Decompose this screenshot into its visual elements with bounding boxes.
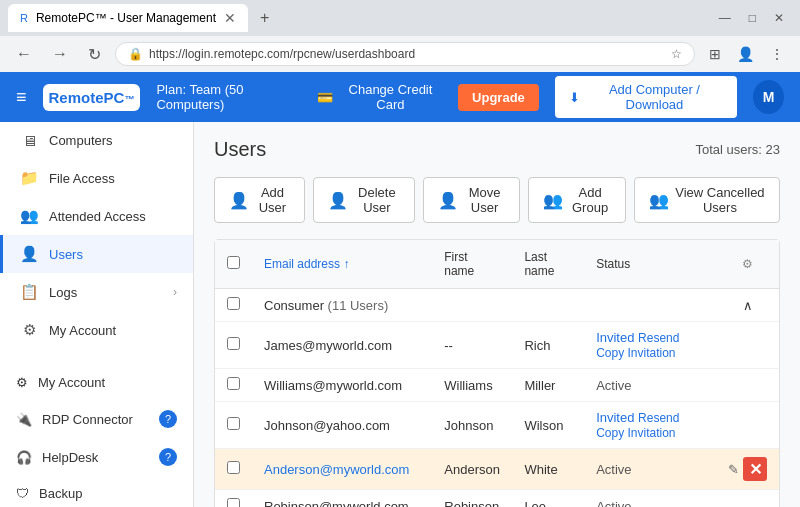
email-cell: Robinson@myworld.com [252, 490, 432, 508]
resend-link[interactable]: Resend [638, 331, 679, 345]
firstname-cell: Robinson [432, 490, 512, 508]
sidebar-label-file-access: File Access [49, 171, 115, 186]
status-cell: Active [584, 490, 716, 508]
lastname-cell: Rich [512, 322, 584, 369]
sidebar-item-helpdesk[interactable]: 🎧 HelpDesk ? [0, 438, 193, 476]
page-header: Users Total users: 23 [214, 138, 780, 161]
row-checkbox[interactable] [227, 377, 240, 390]
row-checkbox[interactable] [227, 498, 240, 507]
upgrade-button[interactable]: Upgrade [458, 84, 539, 111]
browser-chrome: R RemotePC™ - User Management ✕ + — □ ✕ [0, 0, 800, 36]
minimize-button[interactable]: — [711, 9, 739, 27]
actions-header: ⚙ [716, 240, 779, 289]
help-badge: ? [159, 410, 177, 428]
sidebar-item-logs[interactable]: 📋 Logs › [0, 273, 193, 311]
sidebar-item-backup[interactable]: 🛡 Backup [0, 476, 193, 507]
table-row: Robinson@myworld.com Robinson Lee Active [215, 490, 779, 508]
group-checkbox[interactable] [227, 297, 240, 310]
lastname-cell: Lee [512, 490, 584, 508]
lastname-cell: Miller [512, 369, 584, 402]
tab-close-button[interactable]: ✕ [224, 10, 236, 26]
new-tab-button[interactable]: + [252, 5, 277, 31]
sidebar-item-my-account[interactable]: ⚙ My Account [0, 365, 193, 400]
delete-user-button[interactable]: 👤 Delete User [313, 177, 415, 223]
row-checkbox[interactable] [227, 337, 240, 350]
add-group-icon: 👥 [543, 191, 563, 210]
group-name: Consumer (11 Users) [264, 298, 388, 313]
settings-button[interactable]: ⋮ [764, 43, 790, 65]
credit-card-button[interactable]: 💳 Change Credit Card [317, 82, 442, 112]
sidebar-item-rdp-connector[interactable]: 🔌 RDP Connector ? [0, 400, 193, 438]
row-checkbox[interactable] [227, 417, 240, 430]
delete-confirm-button[interactable]: ✕ [743, 457, 767, 481]
account-icon: ⚙ [19, 321, 39, 339]
copy-invitation-link[interactable]: Copy Invitation [596, 426, 675, 440]
firstname-cell: -- [432, 322, 512, 369]
lastname-cell: White [512, 449, 584, 490]
lock-icon: 🔒 [128, 47, 143, 61]
users-table: Email address ↑ First name Last name Sta… [215, 240, 779, 507]
actions-cell: ✎ ✕ [716, 449, 779, 490]
edit-icon[interactable]: ✎ [728, 462, 739, 477]
status-badge: Invited [596, 330, 634, 345]
add-computer-label: Add Computer / Download [586, 82, 723, 112]
firstname-header[interactable]: First name [432, 240, 512, 289]
maximize-button[interactable]: □ [741, 9, 764, 27]
profile-button[interactable]: 👤 [731, 43, 760, 65]
select-all-checkbox[interactable] [227, 256, 240, 269]
add-computer-button[interactable]: ⬇ Add Computer / Download [555, 76, 737, 118]
add-user-button[interactable]: 👤 Add User [214, 177, 305, 223]
resend-link[interactable]: Resend [638, 411, 679, 425]
total-users-count: Total users: 23 [695, 142, 780, 157]
back-button[interactable]: ← [10, 43, 38, 65]
avatar-button[interactable]: M [753, 80, 784, 114]
add-group-button[interactable]: 👥 Add Group [528, 177, 626, 223]
browser-tab[interactable]: R RemotePC™ - User Management ✕ [8, 4, 248, 32]
tab-title: RemotePC™ - User Management [36, 11, 216, 25]
app-body: 🖥 Computers 📁 File Access 👥 Attended Acc… [0, 122, 800, 507]
table-row: Anderson@myworld.com Anderson White Acti… [215, 449, 779, 490]
email-cell: Johnson@yahoo.com [252, 402, 432, 449]
email-header[interactable]: Email address ↑ [252, 240, 432, 289]
status-header[interactable]: Status [584, 240, 716, 289]
move-user-button[interactable]: 👤 Move User [423, 177, 521, 223]
status-badge: Active [596, 462, 631, 477]
credit-card-icon: 💳 [317, 90, 333, 105]
row-checkbox[interactable] [227, 461, 240, 474]
sidebar-item-file-access[interactable]: 📁 File Access [0, 159, 193, 197]
sidebar-label-computers: Computers [49, 133, 113, 148]
window-close-button[interactable]: ✕ [766, 9, 792, 27]
email-cell: James@myworld.com [252, 322, 432, 369]
extensions-button[interactable]: ⊞ [703, 43, 727, 65]
collapse-icon: ∧ [743, 298, 753, 313]
view-cancelled-button[interactable]: 👥 View Cancelled Users [634, 177, 780, 223]
credit-card-label: Change Credit Card [339, 82, 442, 112]
main-content-area: Users Total users: 23 👤 Add User👤 Delete… [194, 122, 800, 507]
sidebar-item-my-account[interactable]: ⚙My Account [0, 311, 193, 349]
star-icon[interactable]: ☆ [671, 47, 682, 61]
hamburger-menu[interactable]: ≡ [16, 87, 27, 108]
group-collapse-cell[interactable]: ∧ [716, 289, 779, 322]
group-count: (11 Users) [328, 298, 389, 313]
topbar: ≡ RemotePC™ Plan: Team (50 Computers) 💳 … [0, 72, 800, 122]
sidebar-item-attended-access[interactable]: 👥 Attended Access [0, 197, 193, 235]
my-account-icon: ⚙ [16, 375, 28, 390]
copy-invitation-link[interactable]: Copy Invitation [596, 346, 675, 360]
delete-user-icon: 👤 [328, 191, 348, 210]
address-bar: ← → ↻ 🔒 https://login.remotepc.com/rpcne… [0, 36, 800, 72]
attended-access-icon: 👥 [19, 207, 39, 225]
sidebar-item-computers[interactable]: 🖥 Computers [0, 122, 193, 159]
arrow-icon: › [173, 285, 177, 299]
sidebar-item-users[interactable]: 👤 Users [0, 235, 193, 273]
help-badge: ? [159, 448, 177, 466]
add-user-icon: 👤 [229, 191, 249, 210]
sidebar-label-backup: Backup [39, 486, 82, 501]
settings-col-icon[interactable]: ⚙ [742, 257, 753, 271]
lastname-header[interactable]: Last name [512, 240, 584, 289]
forward-button[interactable]: → [46, 43, 74, 65]
url-bar[interactable]: 🔒 https://login.remotepc.com/rpcnew/user… [115, 42, 695, 66]
sidebar-label-users: Users [49, 247, 83, 262]
refresh-button[interactable]: ↻ [82, 43, 107, 66]
logo-text: RemotePC [49, 89, 125, 106]
actions-cell [716, 369, 779, 402]
